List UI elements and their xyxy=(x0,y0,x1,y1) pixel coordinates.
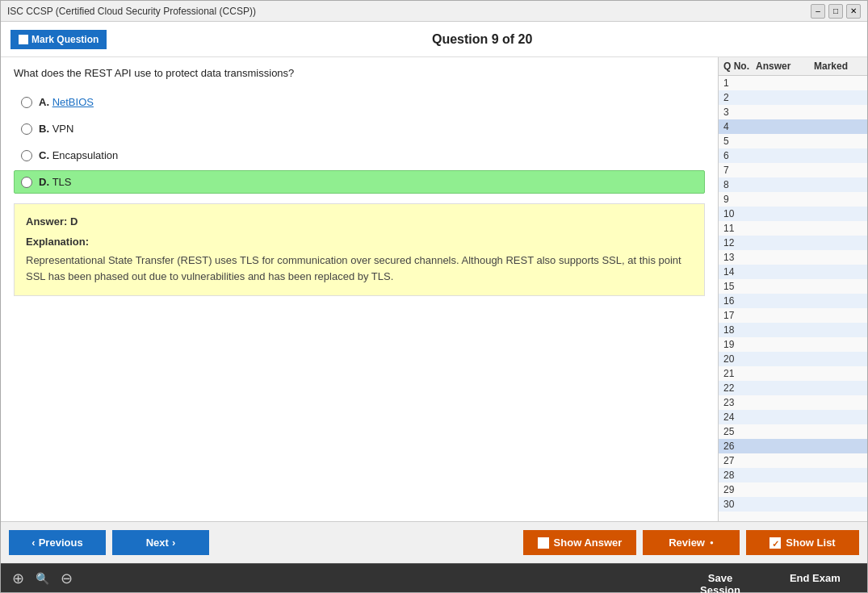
review-button[interactable]: Review ● xyxy=(643,530,740,555)
row-num: 29 xyxy=(723,484,756,495)
explanation-text: Representational State Transfer (REST) u… xyxy=(26,253,693,284)
sidebar-row[interactable]: 6 xyxy=(719,148,867,163)
sidebar-row[interactable]: 8 xyxy=(719,177,867,192)
radio-d[interactable] xyxy=(21,177,32,188)
row-num: 15 xyxy=(723,281,756,292)
option-c[interactable]: C. Encapsulation xyxy=(14,144,705,167)
sidebar-row[interactable]: 1 xyxy=(719,76,867,90)
sidebar-row[interactable]: 24 xyxy=(719,410,867,424)
minimize-button[interactable]: – xyxy=(811,4,825,19)
sidebar-row[interactable]: 20 xyxy=(719,352,867,366)
sidebar-row[interactable]: 28 xyxy=(719,468,867,482)
sidebar-row[interactable]: 12 xyxy=(719,236,867,250)
options-list: A. NetBIOS B. VPN C. Encapsulation xyxy=(14,90,705,194)
row-num: 4 xyxy=(723,121,756,132)
end-exam-button[interactable]: End Exam xyxy=(769,567,861,589)
spacer2 xyxy=(84,564,668,592)
row-num: 13 xyxy=(723,252,756,263)
col-qno: Q No. xyxy=(723,61,756,72)
sidebar-row[interactable]: 10 xyxy=(719,207,867,221)
zoom-area: ⊕ 🔍 ⊖ xyxy=(1,564,84,592)
row-num: 7 xyxy=(723,165,756,176)
show-answer-label: Show Answer xyxy=(554,537,623,549)
sidebar-rows: 1234567891011121314151617181920212223242… xyxy=(719,76,867,512)
content-area: What does the REST API use to protect da… xyxy=(1,57,718,521)
sidebar-row[interactable]: 18 xyxy=(719,323,867,337)
next-chevron: › xyxy=(172,537,175,549)
save-end-area: Save Session End Exam xyxy=(668,564,867,592)
next-button[interactable]: Next › xyxy=(112,530,209,555)
bottom-buttons: ‹ Previous Next › Show Answer Review ● S… xyxy=(1,521,867,563)
sidebar-row[interactable]: 3 xyxy=(719,105,867,119)
show-list-checkbox xyxy=(769,537,781,549)
option-a[interactable]: A. NetBIOS xyxy=(14,90,705,114)
sidebar-row[interactable]: 16 xyxy=(719,294,867,308)
radio-c[interactable] xyxy=(21,150,32,161)
save-session-button[interactable]: Save Session xyxy=(674,567,765,589)
show-answer-button[interactable]: Show Answer xyxy=(523,530,636,555)
main-area: What does the REST API use to protect da… xyxy=(1,57,867,521)
row-num: 22 xyxy=(723,382,756,394)
sidebar-row[interactable]: 29 xyxy=(719,482,867,497)
sidebar-row[interactable]: 7 xyxy=(719,163,867,177)
show-list-label: Show List xyxy=(786,537,835,549)
sidebar-row[interactable]: 30 xyxy=(719,497,867,512)
row-num: 25 xyxy=(723,426,756,437)
sidebar-row[interactable]: 27 xyxy=(719,453,867,468)
sidebar-row[interactable]: 14 xyxy=(719,265,867,279)
previous-button[interactable]: ‹ Previous xyxy=(9,530,106,555)
option-c-label: C. Encapsulation xyxy=(39,149,118,161)
option-b[interactable]: B. VPN xyxy=(14,117,705,140)
mark-question-label: Mark Question xyxy=(31,34,99,45)
radio-a[interactable] xyxy=(21,97,32,108)
title-text: ISC CCSP (Certified Cloud Security Profe… xyxy=(7,6,256,17)
sidebar-row[interactable]: 26 xyxy=(719,439,867,453)
mark-question-button[interactable]: Mark Question xyxy=(10,30,107,49)
prev-chevron: ‹ xyxy=(31,537,35,549)
sidebar-row[interactable]: 25 xyxy=(719,424,867,439)
maximize-button[interactable]: □ xyxy=(828,4,843,19)
col-marked: Marked xyxy=(814,61,862,72)
sidebar-row[interactable]: 21 xyxy=(719,366,867,381)
row-num: 5 xyxy=(723,136,756,147)
review-dot: ● xyxy=(710,539,714,546)
answer-box: Answer: D Explanation: Representational … xyxy=(14,203,705,296)
sidebar-row[interactable]: 11 xyxy=(719,221,867,236)
row-num: 2 xyxy=(723,92,756,103)
row-num: 10 xyxy=(723,208,756,219)
sidebar-row[interactable]: 17 xyxy=(719,308,867,323)
row-num: 16 xyxy=(723,295,756,307)
sidebar-row[interactable]: 23 xyxy=(719,395,867,410)
row-num: 11 xyxy=(723,223,756,234)
sidebar-row[interactable]: 13 xyxy=(719,250,867,265)
sidebar-row[interactable]: 5 xyxy=(719,134,867,148)
row-num: 8 xyxy=(723,179,756,190)
close-button[interactable]: ✕ xyxy=(846,4,861,19)
show-answer-checkbox xyxy=(538,537,549,549)
row-num: 12 xyxy=(723,237,756,248)
zoom-in-button[interactable]: ⊕ xyxy=(9,570,27,587)
mark-icon xyxy=(19,35,28,44)
sidebar-row[interactable]: 4 xyxy=(719,119,867,134)
window-title: ISC CCSP (Certified Cloud Security Profe… xyxy=(7,6,256,17)
sidebar-row[interactable]: 15 xyxy=(719,279,867,294)
zoom-out-button[interactable]: ⊖ xyxy=(57,570,76,587)
sidebar-row[interactable]: 19 xyxy=(719,337,867,352)
main-window: ISC CCSP (Certified Cloud Security Profe… xyxy=(0,0,868,593)
sidebar-row[interactable]: 22 xyxy=(719,381,867,395)
show-list-button[interactable]: Show List xyxy=(746,530,859,555)
option-d[interactable]: D. TLS xyxy=(14,170,705,194)
row-num: 21 xyxy=(723,368,756,379)
sidebar-row[interactable]: 9 xyxy=(719,192,867,207)
row-num: 30 xyxy=(723,499,756,510)
sidebar-header: Q No. Answer Marked xyxy=(719,57,867,76)
question-text: What does the REST API use to protect da… xyxy=(14,67,705,79)
radio-b[interactable] xyxy=(21,123,32,135)
answer-label: Answer: D xyxy=(26,215,693,228)
row-num: 27 xyxy=(723,455,756,466)
row-num: 17 xyxy=(723,310,756,321)
zoom-normal-button[interactable]: 🔍 xyxy=(32,572,52,585)
row-num: 3 xyxy=(723,106,756,118)
sidebar-row[interactable]: 2 xyxy=(719,90,867,105)
col-answer: Answer xyxy=(756,61,814,72)
